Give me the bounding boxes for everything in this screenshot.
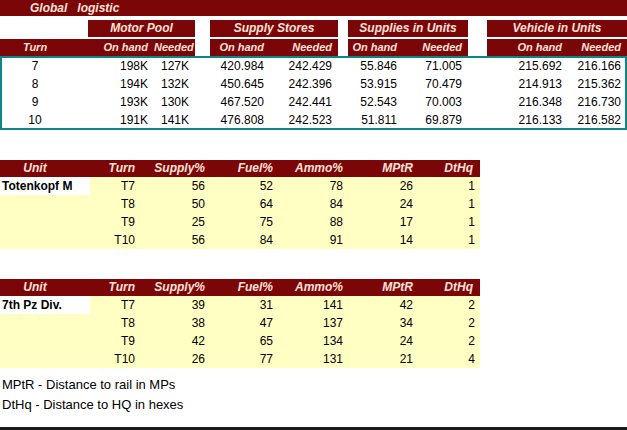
value-cell: 198K [88, 57, 154, 75]
fuel-cell: 65 [212, 332, 280, 350]
value-cell: 53.915 [348, 75, 403, 93]
title-bar: Global logistic [0, 0, 627, 16]
table-row: Totenkopf M T7 56 52 78 26 1 [0, 177, 480, 195]
mptr-cell: 26 [350, 177, 420, 195]
fuel-cell: 47 [212, 314, 280, 332]
column-gap [468, 93, 487, 111]
dthq-header: DtHq [420, 160, 480, 177]
ammo-cell: 134 [280, 332, 350, 350]
value-cell: 242.441 [270, 93, 338, 111]
turn-cell: T8 [90, 195, 142, 213]
mptr-cell: 42 [350, 296, 420, 314]
value-cell: 476.808 [210, 111, 270, 129]
supply-cell: 56 [142, 177, 212, 195]
logistics-column-header-row: Turn On hand Needed On hand Needed On ha… [0, 39, 627, 56]
footnotes: MPtR - Distance to rail in MPs DtHq - Di… [0, 375, 627, 415]
supply-stores-onhand-header: On hand [210, 39, 270, 56]
value-cell: 216.133 [487, 111, 568, 129]
value-cell: 215.362 [568, 75, 627, 93]
value-cell: 52.543 [348, 93, 403, 111]
turn-cell: T7 [90, 177, 142, 195]
value-cell: 51.811 [348, 111, 403, 129]
turn-cell: T7 [90, 296, 142, 314]
column-gap [195, 111, 210, 129]
motor-pool-needed-header: Needed [154, 39, 195, 56]
value-cell: 467.520 [210, 93, 270, 111]
supply-stores-needed-header: Needed [270, 39, 338, 56]
turn-cell: T9 [90, 332, 142, 350]
dthq-cell: 4 [420, 350, 480, 368]
column-gap [468, 20, 487, 37]
group-header-supply-stores: Supply Stores [210, 20, 338, 37]
supply-header: Supply% [142, 160, 212, 177]
unit-name-cell [0, 332, 90, 350]
fuel-header: Fuel% [212, 160, 280, 177]
ammo-header: Ammo% [280, 279, 350, 296]
value-cell: 214.913 [487, 75, 568, 93]
table-row: 10 191K 141K 476.808 242.523 51.811 69.8… [0, 111, 627, 129]
value-cell: 70.479 [403, 75, 468, 93]
value-cell: 71.005 [403, 57, 468, 75]
column-gap [338, 39, 348, 56]
column-gap [195, 93, 210, 111]
value-cell: 216.730 [568, 93, 627, 111]
fuel-cell: 52 [212, 177, 280, 195]
value-cell: 191K [88, 111, 154, 129]
turn-column-spacer [0, 20, 88, 37]
page-title: Global logistic [0, 1, 119, 15]
dthq-cell: 2 [420, 314, 480, 332]
logistics-data-block: 7 198K 127K 420.984 242.429 55.846 71.00… [0, 56, 627, 130]
value-cell: 216.166 [568, 57, 627, 75]
mptr-cell: 24 [350, 332, 420, 350]
table-row: 8 194K 132K 450.645 242.396 53.915 70.47… [0, 75, 627, 93]
dthq-cell: 1 [420, 177, 480, 195]
mptr-cell: 24 [350, 195, 420, 213]
vehicle-units-needed-header: Needed [568, 39, 627, 56]
group-header-vehicle-in-units: Vehicle in Units [487, 20, 627, 37]
column-gap [338, 20, 348, 37]
turn-cell: T10 [90, 350, 142, 368]
supply-cell: 25 [142, 213, 212, 231]
supply-header: Supply% [142, 279, 212, 296]
unit-name-cell [0, 350, 90, 368]
turn-cell: 10 [0, 111, 88, 129]
turn-cell: T10 [90, 231, 142, 249]
group-header-supplies-in-units: Supplies in Units [348, 20, 468, 37]
supply-cell: 39 [142, 296, 212, 314]
vehicle-units-onhand-header: On hand [487, 39, 568, 56]
ammo-cell: 131 [280, 350, 350, 368]
logistics-group-header-row: Motor Pool Supply Stores Supplies in Uni… [0, 20, 627, 37]
column-gap [195, 20, 210, 37]
unit-name-cell [0, 231, 90, 249]
value-cell: 420.984 [210, 57, 270, 75]
value-cell: 242.396 [270, 75, 338, 93]
motor-pool-onhand-header: On hand [88, 39, 154, 56]
table-row: T9 42 65 134 24 2 [0, 332, 480, 350]
group-header-motor-pool: Motor Pool [88, 20, 195, 37]
ammo-header: Ammo% [280, 160, 350, 177]
unit-name-cell: 7th Pz Div. [0, 296, 90, 314]
logistics-report-page: Global logistic Motor Pool Supply Stores… [0, 0, 627, 415]
ammo-cell: 137 [280, 314, 350, 332]
value-cell: 215.692 [487, 57, 568, 75]
turn-cell: 7 [0, 57, 88, 75]
value-cell: 69.879 [403, 111, 468, 129]
column-gap [338, 111, 348, 129]
unit-name-cell [0, 314, 90, 332]
column-gap [195, 57, 210, 75]
unit-header: Unit [0, 160, 90, 177]
value-cell: 70.003 [403, 93, 468, 111]
unit-header: Unit [0, 279, 90, 296]
turn-header: Turn [90, 160, 142, 177]
supply-cell: 38 [142, 314, 212, 332]
fuel-cell: 77 [212, 350, 280, 368]
unit-table-totenkopf: Unit Turn Supply% Fuel% Ammo% MPtR DtHq … [0, 160, 480, 249]
supply-cell: 56 [142, 231, 212, 249]
value-cell: 450.645 [210, 75, 270, 93]
turn-column-header: Turn [0, 39, 88, 56]
column-gap [468, 39, 487, 56]
value-cell: 132K [154, 75, 195, 93]
footnote-dthq: DtHq - Distance to HQ in hexes [0, 395, 627, 415]
supply-cell: 50 [142, 195, 212, 213]
value-cell: 216.348 [487, 93, 568, 111]
